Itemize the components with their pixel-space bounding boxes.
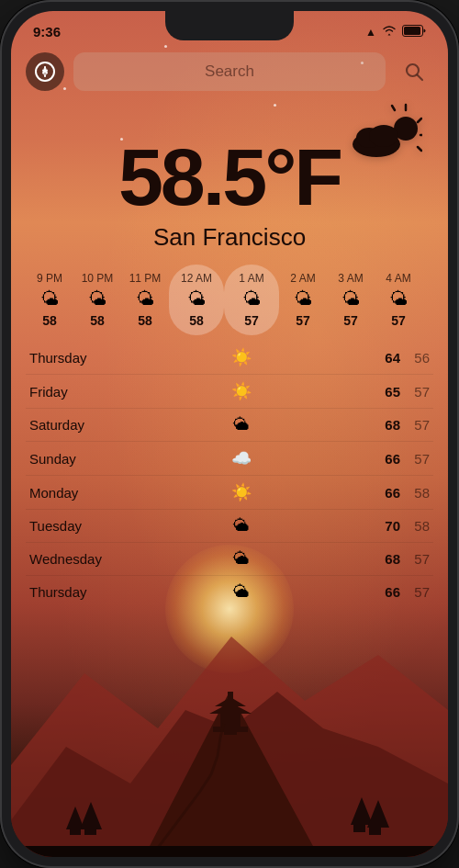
svg-rect-19 <box>404 27 420 35</box>
day-hi: 68 <box>371 417 400 433</box>
svg-marker-5 <box>209 703 252 714</box>
svg-rect-4 <box>220 714 241 728</box>
hour-label: 10 PM <box>82 272 114 285</box>
daily-row[interactable]: Thursday 🌥 66 57 <box>26 576 433 608</box>
svg-marker-6 <box>215 697 246 706</box>
temperature-value: 58.5°F <box>29 137 430 218</box>
daily-row[interactable]: Friday ☀️ 65 57 <box>26 375 433 409</box>
day-hi: 65 <box>371 384 400 400</box>
hour-temp: 58 <box>138 313 152 328</box>
day-hi: 70 <box>371 518 400 534</box>
daily-row[interactable]: Wednesday 🌥 68 57 <box>26 543 433 576</box>
svg-rect-17 <box>11 846 448 857</box>
hour-item[interactable]: 10 PM 🌤 58 <box>73 265 121 335</box>
phone-frame: 9:36 ▲ <box>0 0 459 868</box>
day-lo: 56 <box>400 350 430 366</box>
svg-marker-2 <box>149 692 314 848</box>
phone-screen: 9:36 ▲ <box>11 11 448 857</box>
hour-temp: 58 <box>90 313 105 328</box>
notch <box>165 11 294 40</box>
hour-label: 9 PM <box>37 272 62 285</box>
search-button[interactable] <box>395 52 433 91</box>
hour-icon: 🌤 <box>40 288 59 310</box>
wifi-icon <box>382 25 397 39</box>
temperature-display: 58.5°F San Francisco <box>11 137 448 252</box>
hour-item[interactable]: 11 PM 🌤 58 <box>121 265 169 335</box>
hour-icon: 🌤 <box>341 288 360 310</box>
svg-rect-3 <box>213 727 248 732</box>
search-field[interactable]: Search <box>73 52 386 91</box>
day-name: Tuesday <box>29 518 112 534</box>
hour-icon: 🌤 <box>242 288 261 310</box>
hour-icon: 🌤 <box>136 288 154 310</box>
daily-row[interactable]: Sunday ☁️ 66 57 <box>26 442 433 476</box>
svg-line-29 <box>392 106 395 110</box>
hour-label: 3 AM <box>338 272 363 285</box>
day-icon: ☀️ <box>112 381 371 401</box>
day-hi: 66 <box>371 451 400 467</box>
hour-icon: 🌤 <box>187 288 206 310</box>
svg-marker-22 <box>43 70 48 77</box>
hour-item[interactable]: 3 AM 🌤 57 <box>327 265 375 335</box>
day-lo: 57 <box>400 384 430 400</box>
day-icon: 🌥 <box>112 549 371 569</box>
day-icon: ☀️ <box>112 482 371 502</box>
day-lo: 57 <box>400 451 430 467</box>
daily-section: Thursday ☀️ 64 56 Friday ☀️ 65 57 Saturd… <box>26 341 433 608</box>
day-icon: 🌥 <box>112 582 371 602</box>
hour-temp: 57 <box>296 313 310 328</box>
daily-row[interactable]: Thursday ☀️ 64 56 <box>26 341 433 375</box>
hour-item[interactable]: 1 AM 🌤 57 <box>224 265 279 335</box>
svg-rect-16 <box>369 826 381 835</box>
svg-rect-8 <box>224 732 237 735</box>
day-lo: 57 <box>400 584 430 600</box>
hour-icon: 🌤 <box>88 288 106 310</box>
hour-item[interactable]: 4 AM 🌤 57 <box>375 265 422 335</box>
status-time: 9:36 <box>33 24 61 39</box>
daily-row[interactable]: Tuesday 🌥 70 58 <box>26 510 433 543</box>
day-hi: 64 <box>371 350 400 366</box>
signal-icon: ▲ <box>365 26 376 39</box>
svg-marker-1 <box>11 692 448 857</box>
day-lo: 57 <box>400 551 430 567</box>
day-icon: 🌥 <box>112 516 371 535</box>
svg-marker-14 <box>367 800 389 828</box>
svg-marker-10 <box>80 802 102 829</box>
svg-rect-15 <box>353 823 365 832</box>
day-icon: ☁️ <box>112 448 371 468</box>
hour-label: 11 PM <box>129 272 162 285</box>
svg-marker-9 <box>66 806 84 829</box>
day-name: Thursday <box>29 350 112 366</box>
city-name: San Francisco <box>29 223 430 252</box>
hour-temp: 57 <box>244 313 259 328</box>
day-name: Sunday <box>29 451 112 467</box>
svg-rect-7 <box>228 692 233 701</box>
hour-icon: 🌤 <box>389 288 408 310</box>
hour-label: 12 AM <box>181 272 212 285</box>
search-placeholder: Search <box>205 62 254 81</box>
battery-icon <box>402 25 426 39</box>
compass-button[interactable] <box>26 52 64 91</box>
hour-label: 2 AM <box>290 272 315 285</box>
hourly-section[interactable]: 9 PM 🌤 58 10 PM 🌤 58 11 PM 🌤 58 12 AM 🌤 … <box>11 265 448 335</box>
day-hi: 66 <box>371 485 400 501</box>
day-name: Wednesday <box>29 551 112 567</box>
hour-item[interactable]: 12 AM 🌤 58 <box>169 265 224 335</box>
hour-temp: 58 <box>189 313 204 328</box>
day-icon: ☀️ <box>112 347 371 367</box>
daily-row[interactable]: Saturday 🌥 68 57 <box>26 409 433 442</box>
hour-label: 4 AM <box>386 272 410 285</box>
day-lo: 57 <box>400 417 430 433</box>
svg-line-26 <box>418 118 421 122</box>
status-icons: ▲ <box>365 25 426 39</box>
daily-row[interactable]: Monday ☀️ 66 58 <box>26 476 433 510</box>
hour-item[interactable]: 9 PM 🌤 58 <box>26 265 73 335</box>
day-hi: 68 <box>371 551 400 567</box>
day-hi: 66 <box>371 584 400 600</box>
search-bar-row: Search <box>26 52 433 91</box>
day-name: Friday <box>29 384 112 400</box>
hour-icon: 🌤 <box>294 288 312 310</box>
hour-item[interactable]: 2 AM 🌤 57 <box>279 265 327 335</box>
svg-marker-13 <box>351 797 373 825</box>
day-lo: 58 <box>400 485 430 501</box>
